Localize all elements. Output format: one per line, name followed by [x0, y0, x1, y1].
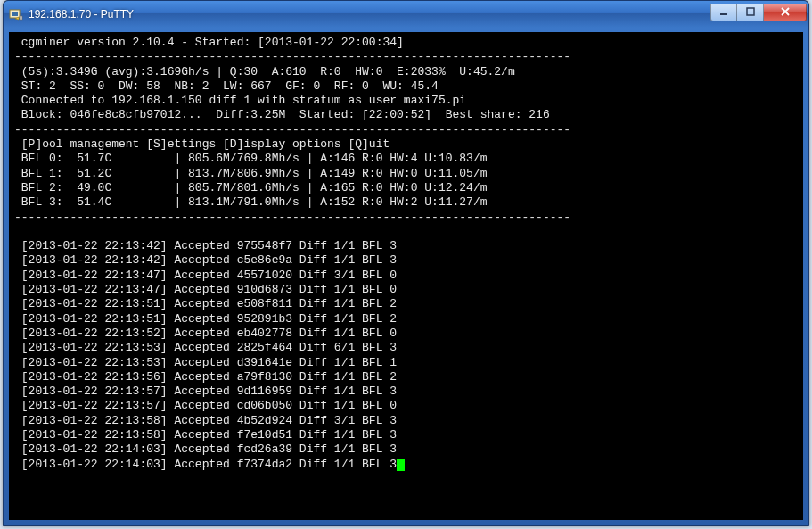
stats-line: ST: 2 SS: 0 DW: 58 NB: 2 LW: 667 GF: 0 R… [14, 79, 798, 94]
log-line-last: [2013-01-22 22:14:03] Accepted f7374da2 … [14, 458, 798, 472]
divider: ----------------------------------------… [14, 123, 798, 137]
log-line: [2013-01-22 22:13:42] Accepted c5e86e9a … [14, 253, 798, 268]
device-line: BFL 2: 49.0C | 805.7M/801.6Mh/s | A:165 … [14, 181, 798, 195]
log-line: [2013-01-22 22:13:47] Accepted 910d6873 … [14, 283, 798, 297]
cursor [397, 459, 405, 471]
device-line: BFL 0: 51.7C | 805.6M/769.8Mh/s | A:146 … [14, 152, 798, 166]
maximize-button[interactable] [737, 4, 764, 21]
svg-rect-3 [720, 13, 727, 15]
device-line: BFL 3: 51.4C | 813.1M/791.0Mh/s | A:152 … [14, 195, 798, 210]
log-line: [2013-01-22 22:13:42] Accepted 975548f7 … [14, 239, 798, 253]
stats-line: Connected to 192.168.1.150 diff 1 with s… [14, 94, 798, 108]
stats-line: Block: 046fe8c8cfb97012... Diff:3.25M St… [14, 108, 798, 122]
log-line: [2013-01-22 22:13:52] Accepted eb402778 … [14, 326, 798, 341]
log-line: [2013-01-22 22:13:53] Accepted d391641e … [14, 356, 798, 370]
close-button[interactable] [764, 4, 807, 21]
titlebar[interactable]: 192.168.1.70 - PuTTY [4, 1, 808, 28]
svg-rect-1 [12, 12, 18, 16]
putty-window: 192.168.1.70 - PuTTY cgminer version 2.1… [3, 0, 809, 526]
log-line: [2013-01-22 22:13:58] Accepted f7e10d51 … [14, 428, 798, 442]
log-line: [2013-01-22 22:13:51] Accepted 952891b3 … [14, 312, 798, 326]
log-line: [2013-01-22 22:13:56] Accepted a79f8130 … [14, 370, 798, 384]
divider: ----------------------------------------… [14, 211, 798, 225]
device-line: BFL 1: 51.2C | 813.7M/806.9Mh/s | A:149 … [14, 167, 798, 181]
menu-line: [P]ool management [S]ettings [D]isplay o… [14, 137, 798, 152]
log-line: [2013-01-22 22:14:03] Accepted fcd26a39 … [14, 442, 798, 457]
window-title: 192.168.1.70 - PuTTY [29, 8, 710, 21]
svg-rect-4 [747, 8, 754, 15]
window-client-border: cgminer version 2.10.4 - Started: [2013-… [4, 28, 808, 525]
log-line: [2013-01-22 22:13:53] Accepted 2825f464 … [14, 341, 798, 355]
log-line: [2013-01-22 22:13:57] Accepted 9d116959 … [14, 384, 798, 399]
log-line: [2013-01-22 22:13:51] Accepted e508f811 … [14, 297, 798, 311]
putty-icon [9, 7, 23, 21]
svg-rect-2 [20, 16, 22, 20]
log-line: [2013-01-22 22:13:58] Accepted 4b52d924 … [14, 414, 798, 428]
stats-line: (5s):3.349G (avg):3.169Gh/s | Q:30 A:610… [14, 65, 798, 79]
blank-line [14, 225, 798, 239]
header-line: cgminer version 2.10.4 - Started: [2013-… [14, 36, 798, 50]
log-line: [2013-01-22 22:13:57] Accepted cd06b050 … [14, 399, 798, 413]
divider: ----------------------------------------… [14, 50, 798, 64]
window-controls [710, 4, 807, 21]
minimize-button[interactable] [710, 4, 737, 21]
log-line: [2013-01-22 22:13:47] Accepted 45571020 … [14, 269, 798, 283]
terminal[interactable]: cgminer version 2.10.4 - Started: [2013-… [9, 32, 803, 520]
